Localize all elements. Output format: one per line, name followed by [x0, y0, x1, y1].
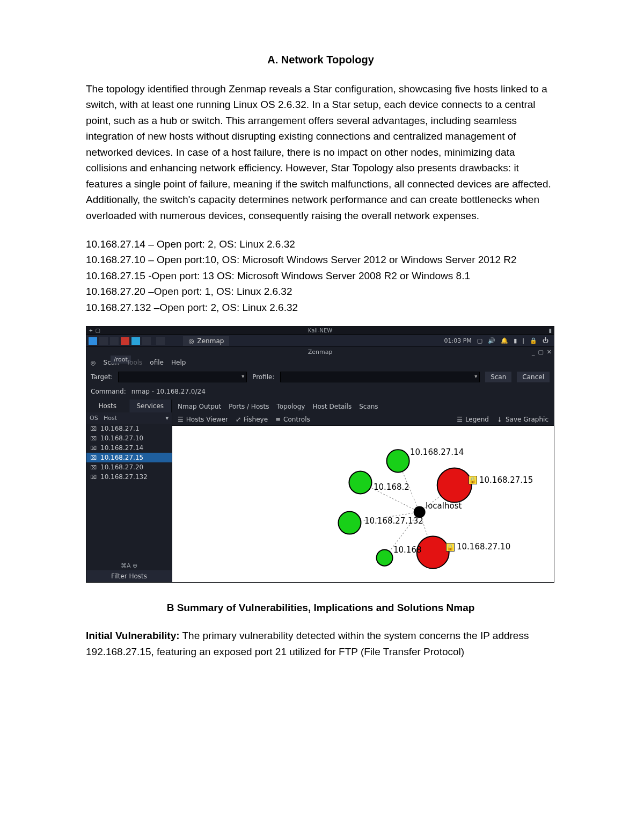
os-titlebar: ✦ ▢ Kali-NEW ▮ — [86, 327, 554, 335]
tab-hosts[interactable]: Hosts — [86, 400, 129, 412]
host-list-item[interactable]: ⌧10.168.27.10 — [86, 433, 172, 443]
sliders-icon: ≡ — [275, 416, 281, 423]
col-os: OS — [90, 415, 104, 422]
svg-point-7 — [387, 449, 409, 472]
divider: | — [522, 337, 524, 344]
os-icon: ⌧ — [90, 445, 97, 451]
target-combo[interactable]: ▾ — [118, 372, 247, 382]
tab-topology[interactable]: Topology — [276, 403, 305, 410]
os-icon: ⌧ — [90, 474, 97, 480]
download-icon: ⭳ — [496, 416, 503, 423]
volume-icon[interactable]: 🔊 — [488, 337, 495, 344]
minimize-button[interactable]: _ — [532, 349, 535, 356]
tab-ports-hosts[interactable]: Ports / Hosts — [229, 403, 269, 410]
host-ip: 10.168.27.20 — [100, 463, 143, 471]
lock-icon: 🔒 — [446, 543, 455, 552]
chevron-down-icon[interactable]: ▾ — [165, 415, 169, 422]
os-icon: ⌧ — [90, 465, 97, 470]
section-b-heading: B Summary of Vulnerabilities, Implicatio… — [86, 602, 555, 614]
maximize-button[interactable]: ▢ — [538, 349, 543, 356]
section-a-heading: A. Network Topology — [86, 54, 555, 66]
menu-help[interactable]: Help — [171, 359, 186, 366]
os-taskbar: ◎ Zenmap 01:03 PM ▢ 🔊 🔔 ▮ | 🔒 ⏻ — [86, 335, 554, 347]
section-b-paragraph: Initial Vulnerability: The primary vulne… — [86, 628, 555, 659]
controls-button[interactable]: ≡Controls — [275, 416, 310, 423]
legend-button[interactable]: ☰Legend — [457, 416, 489, 423]
bell-icon[interactable]: 🔔 — [501, 337, 508, 344]
lock-icon[interactable]: 🔒 — [530, 337, 537, 344]
taskbar-icon[interactable] — [142, 337, 151, 345]
tab-host-details[interactable]: Host Details — [312, 403, 352, 410]
host-line: 10.168.27.20 –Open port: 1, OS: Linux 2.… — [86, 284, 555, 299]
tray-icon[interactable]: ▢ — [477, 337, 482, 344]
battery-icon[interactable]: ▮ — [514, 337, 517, 344]
col-host: Host — [104, 415, 117, 422]
host-list-item[interactable]: ⌧10.168.27.20 — [86, 462, 172, 472]
topology-node-label: 10.168.2 — [374, 482, 409, 492]
side-panel: Hosts Services OS Host ▾ ⌧10.168.27.1⌧10… — [86, 400, 172, 582]
topology-node-label: 10.168.27.15 — [479, 475, 533, 485]
host-ip: 10.168.27.132 — [100, 473, 148, 481]
window-title: Zenmap — [308, 349, 333, 356]
host-ip: 10.168.27.14 — [100, 444, 143, 452]
filter-hosts-button[interactable]: Filter Hosts — [86, 570, 172, 582]
topology-node-label: 10.168.27.14 — [410, 447, 464, 457]
target-row: Target: ▾ Profile: ▾ Scan Cancel — [86, 368, 554, 386]
tab-scans[interactable]: Scans — [359, 403, 378, 410]
zenmap-screenshot: ✦ ▢ Kali-NEW ▮ ◎ Zenmap 01:03 PM ▢ 🔊 🔔 — [86, 326, 554, 583]
expand-icon: ⤢ — [236, 416, 241, 423]
host-line: 10.168.27.10 – Open port:10, OS: Microso… — [86, 252, 555, 267]
target-icon: ◎ — [188, 337, 194, 345]
target-small-icon: ◎ — [91, 359, 96, 366]
host-list-item[interactable]: ⌧10.168.27.1 — [86, 424, 172, 433]
taskbar-tab-label: Zenmap — [197, 337, 224, 345]
topology-node-label: 10.168.27.10 — [457, 542, 510, 552]
chevron-down-icon: ▾ — [474, 373, 477, 379]
topology-node-label: localhost — [426, 501, 462, 511]
taskbar-app-tab[interactable]: ◎ Zenmap — [183, 336, 229, 346]
command-row: Command: nmap - 10.168.27.0/24 — [86, 386, 554, 400]
taskbar-icon[interactable] — [110, 337, 119, 345]
taskbar-icon[interactable] — [89, 337, 97, 345]
chevron-down-icon: ▾ — [241, 373, 244, 379]
clock: 01:03 PM — [444, 337, 471, 344]
menubar: ◎ /root Scan Tools ofile Help — [86, 357, 554, 368]
os-icon: ⌧ — [90, 426, 97, 432]
detail-tabs: Nmap Output Ports / Hosts Topology Host … — [172, 400, 554, 414]
cancel-button[interactable]: Cancel — [517, 372, 550, 382]
list-icon: ☰ — [457, 416, 463, 423]
host-list-header: OS Host ▾ — [86, 412, 172, 424]
taskbar-icon[interactable] — [99, 337, 108, 345]
fisheye-button[interactable]: ⤢Fisheye — [236, 416, 268, 423]
taskbar-icon[interactable] — [131, 337, 140, 345]
topology-toolbar: ☰Hosts Viewer ⤢Fisheye ≡Controls ☰Legend… — [172, 414, 554, 425]
command-input[interactable]: nmap - 10.168.27.0/24 — [131, 388, 550, 395]
tab-nmap-output[interactable]: Nmap Output — [178, 403, 221, 410]
menu-profile[interactable]: ofile — [150, 359, 164, 366]
menu-tools[interactable]: Tools — [127, 359, 143, 366]
profile-combo[interactable]: ▾ — [280, 372, 480, 382]
close-button[interactable]: ✕ — [547, 349, 552, 356]
host-list-item[interactable]: ⌧10.168.27.15 — [86, 453, 172, 462]
host-list-item[interactable]: ⌧10.168.27.132 — [86, 472, 172, 482]
host-list-item[interactable]: ⌧10.168.27.14 — [86, 443, 172, 453]
host-ip: 10.168.27.1 — [100, 425, 140, 432]
power-icon[interactable]: ⏻ — [543, 337, 548, 344]
svg-point-8 — [349, 472, 371, 494]
lock-icon: 🔒 — [469, 476, 477, 484]
host-line: 10.168.27.14 – Open port: 2, OS: Linux 2… — [86, 236, 555, 252]
tab-services[interactable]: Services — [129, 400, 172, 412]
taskbar-icon[interactable] — [121, 337, 129, 345]
initial-vulnerability-label: Initial Vulnerability: — [86, 630, 180, 641]
topology-svg — [172, 426, 554, 582]
scan-button[interactable]: Scan — [485, 372, 511, 382]
save-graphic-button[interactable]: ⭳Save Graphic — [496, 416, 548, 423]
taskbar-icon[interactable] — [156, 337, 165, 345]
profile-label: Profile: — [252, 373, 274, 381]
hosts-viewer-button[interactable]: ☰Hosts Viewer — [178, 416, 228, 423]
host-list: ⌧10.168.27.1⌧10.168.27.10⌧10.168.27.14⌧1… — [86, 424, 172, 559]
target-label: Target: — [91, 373, 113, 381]
topology-canvas[interactable]: 🔒 🔒 10.168.27.14 10.168.2 10.168.27.15 l… — [172, 425, 554, 582]
side-bottom-toolbar[interactable]: ⌘A ⊕ — [86, 559, 172, 570]
host-summary-list: 10.168.27.14 – Open port: 2, OS: Linux 2… — [86, 236, 555, 315]
